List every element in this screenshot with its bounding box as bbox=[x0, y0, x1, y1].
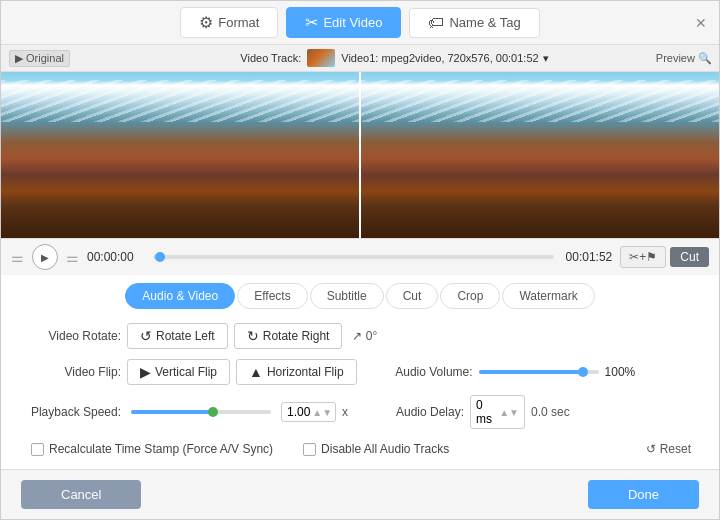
controls-area: Video Rotate: ↺ Rotate Left ↻ Rotate Rig… bbox=[1, 313, 719, 469]
video-rotate-row: Video Rotate: ↺ Rotate Left ↻ Rotate Rig… bbox=[21, 323, 699, 349]
recalculate-label: Recalculate Time Stamp (Force A/V Sync) bbox=[49, 442, 273, 456]
tab-format-label: Format bbox=[218, 15, 259, 30]
disable-audio-checkbox[interactable] bbox=[303, 443, 316, 456]
tab-watermark[interactable]: Watermark bbox=[502, 283, 594, 309]
tab-format[interactable]: ⚙ Format bbox=[180, 7, 278, 38]
tab-crop[interactable]: Crop bbox=[440, 283, 500, 309]
delay-sec-label: 0.0 sec bbox=[531, 405, 570, 419]
audio-pct-label: 100% bbox=[605, 365, 636, 379]
rotate-left-button[interactable]: ↺ Rotate Left bbox=[127, 323, 228, 349]
delay-value: 0 ms bbox=[476, 398, 497, 426]
time-end: 00:01:52 bbox=[562, 250, 612, 264]
format-icon: ⚙ bbox=[199, 13, 213, 32]
recalculate-checkbox[interactable] bbox=[31, 443, 44, 456]
reset-button[interactable]: ↺ Reset bbox=[638, 439, 699, 459]
vertical-flip-button[interactable]: ▶ Vertical Flip bbox=[127, 359, 230, 385]
reset-icon: ↺ bbox=[646, 442, 656, 456]
speed-value: 1.00 bbox=[287, 405, 310, 419]
audio-delay-input[interactable]: 0 ms ▲▼ bbox=[470, 395, 525, 429]
close-button[interactable]: ✕ bbox=[693, 15, 709, 31]
seek-thumb bbox=[155, 252, 165, 262]
tab-edit-video-label: Edit Video bbox=[323, 15, 382, 30]
disable-audio-label: Disable All Audio Tracks bbox=[321, 442, 449, 456]
cut-button[interactable]: Cut bbox=[670, 247, 709, 267]
track-dropdown[interactable]: Video1: mpeg2video, 720x576, 00:01:52 ▾ bbox=[341, 52, 548, 65]
reset-label: Reset bbox=[660, 442, 691, 456]
cancel-button[interactable]: Cancel bbox=[21, 480, 141, 509]
tab-name-tag-label: Name & Tag bbox=[449, 15, 520, 30]
audio-slider-thumb bbox=[578, 367, 588, 377]
horizontal-flip-label: Horizontal Flip bbox=[267, 365, 344, 379]
rotate-left-icon: ↺ bbox=[140, 328, 152, 344]
video-track-label: Video Track: bbox=[240, 52, 301, 64]
video-frames bbox=[1, 72, 719, 238]
audio-volume-label: Audio Volume: bbox=[383, 365, 473, 379]
audio-delay-section: Audio Delay: 0 ms ▲▼ 0.0 sec bbox=[374, 395, 699, 429]
done-button[interactable]: Done bbox=[588, 480, 699, 509]
checkbox-row: Recalculate Time Stamp (Force A/V Sync) … bbox=[21, 439, 699, 459]
tab-effects[interactable]: Effects bbox=[237, 283, 307, 309]
preview-label: Preview 🔍 bbox=[656, 52, 712, 65]
tab-audio-video[interactable]: Audio & Video bbox=[125, 283, 235, 309]
bars-left-icon: ⚌ bbox=[11, 249, 24, 265]
horizontal-flip-icon: ▲ bbox=[249, 364, 263, 380]
edit-video-icon: ✂ bbox=[305, 13, 318, 32]
cut-btn-group: ✂+⚑ Cut bbox=[620, 246, 709, 268]
seek-slider[interactable] bbox=[153, 255, 554, 259]
video-info-text: Video1: mpeg2video, 720x576, 00:01:52 bbox=[341, 52, 538, 64]
preview-frame bbox=[361, 72, 719, 238]
x-label: x bbox=[342, 405, 348, 419]
horizontal-flip-button[interactable]: ▲ Horizontal Flip bbox=[236, 359, 357, 385]
rotate-right-label: Rotate Right bbox=[263, 329, 330, 343]
time-start: 00:00:00 bbox=[87, 250, 145, 264]
track-thumbnail-icon bbox=[307, 49, 335, 67]
title-bar: ⚙ Format ✂ Edit Video 🏷 Name & Tag ✕ bbox=[1, 1, 719, 45]
video-track-bar: ▶ Original Video Track: Video1: mpeg2vid… bbox=[1, 45, 719, 72]
tab-edit-video[interactable]: ✂ Edit Video bbox=[286, 7, 401, 38]
dropdown-arrow-icon: ▾ bbox=[543, 52, 549, 65]
name-tag-icon: 🏷 bbox=[428, 14, 444, 32]
recalculate-checkbox-item[interactable]: Recalculate Time Stamp (Force A/V Sync) bbox=[31, 442, 273, 456]
tab-subtitle[interactable]: Subtitle bbox=[310, 283, 384, 309]
play-button[interactable]: ▶ bbox=[32, 244, 58, 270]
audio-volume-section: Audio Volume: 100% bbox=[383, 365, 699, 379]
speed-slider[interactable] bbox=[131, 410, 271, 414]
vertical-flip-label: Vertical Flip bbox=[155, 365, 217, 379]
audio-slider-fill bbox=[479, 370, 581, 374]
video-flip-label: Video Flip: bbox=[21, 365, 121, 379]
video-flip-row: Video Flip: ▶ Vertical Flip ▲ Horizontal… bbox=[21, 359, 699, 385]
angle-display: ↗ 0° bbox=[352, 329, 377, 343]
rotate-right-icon: ↻ bbox=[247, 328, 259, 344]
vertical-flip-icon: ▶ bbox=[140, 364, 151, 380]
bottom-bar: Cancel Done bbox=[1, 469, 719, 519]
original-label: ▶ Original bbox=[9, 50, 70, 67]
audio-delay-label: Audio Delay: bbox=[374, 405, 464, 419]
speed-slider-fill bbox=[131, 410, 215, 414]
bars-right-icon: ⚌ bbox=[66, 249, 79, 265]
scissors-button[interactable]: ✂+⚑ bbox=[620, 246, 666, 268]
video-track-info: Video Track: Video1: mpeg2video, 720x576… bbox=[78, 49, 711, 67]
audio-volume-slider[interactable] bbox=[479, 370, 599, 374]
video-rotate-label: Video Rotate: bbox=[21, 329, 121, 343]
speed-slider-thumb bbox=[208, 407, 218, 417]
tab-name-tag[interactable]: 🏷 Name & Tag bbox=[409, 8, 539, 38]
tab-cut[interactable]: Cut bbox=[386, 283, 439, 309]
playback-speed-label: Playback Speed: bbox=[21, 405, 121, 419]
original-frame bbox=[1, 72, 359, 238]
disable-audio-checkbox-item[interactable]: Disable All Audio Tracks bbox=[303, 442, 449, 456]
edit-tabs: Audio & Video Effects Subtitle Cut Crop … bbox=[1, 275, 719, 313]
playback-speed-row: Playback Speed: 1.00 ▲▼ x Audio Delay: 0… bbox=[21, 395, 699, 429]
playback-bar: ⚌ ▶ ⚌ 00:00:00 00:01:52 ✂+⚑ Cut bbox=[1, 238, 719, 275]
speed-value-input[interactable]: 1.00 ▲▼ bbox=[281, 402, 336, 422]
rotate-left-label: Rotate Left bbox=[156, 329, 215, 343]
main-window: ⚙ Format ✂ Edit Video 🏷 Name & Tag ✕ ▶ O… bbox=[0, 0, 720, 520]
rotate-right-button[interactable]: ↻ Rotate Right bbox=[234, 323, 343, 349]
